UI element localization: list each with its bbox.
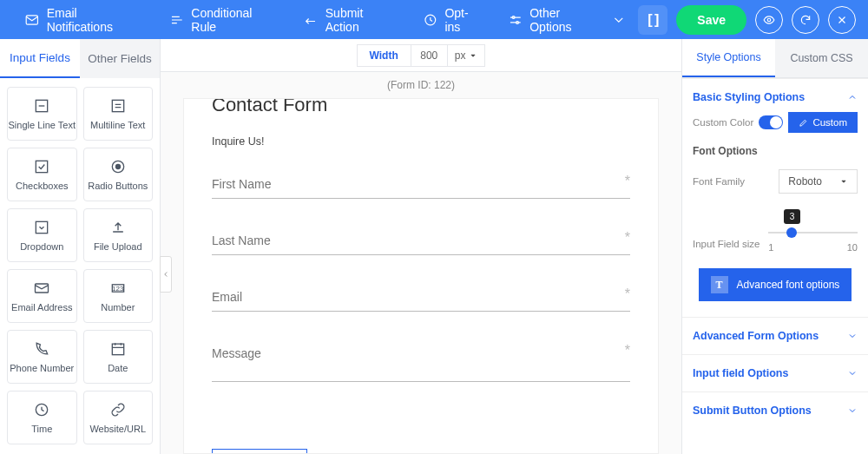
section-basic-styling[interactable]: Basic Styling Options [682,78,868,115]
optins-icon [423,12,438,28]
field-url[interactable]: Website/URL [83,391,154,444]
preview-button[interactable] [755,6,783,34]
field-time[interactable]: Time [7,391,77,444]
input-size-label: Input Field size [693,239,760,249]
submit-icon [303,12,319,28]
submit-button[interactable]: Submit [212,449,307,454]
slider-thumb[interactable] [786,227,797,238]
last-name-field[interactable] [212,230,630,255]
phone-icon [33,340,50,358]
first-name-field[interactable] [212,174,630,199]
field-date[interactable]: Date [83,330,154,384]
other-options-menu[interactable]: Other Options [496,0,639,39]
caret-down-icon [469,51,477,60]
svg-point-4 [767,18,771,22]
custom-color-button[interactable]: Custom [788,112,858,133]
section-advanced-form[interactable]: Advanced Form Options [682,317,868,354]
pencil-icon [799,118,808,128]
font-family-select[interactable]: Roboto [779,169,858,194]
font-family-label: Font Family [693,176,745,187]
field-multiline-text[interactable]: Multiline Text [83,87,154,141]
chevron-left-icon [161,270,170,279]
advanced-font-options-button[interactable]: TAdvanced font options [699,268,852,301]
tab-custom-css[interactable]: Custom CSS [775,39,868,77]
field-checkboxes[interactable]: Checkboxes [7,148,77,201]
slider-value-badge: 3 [784,209,801,224]
optins-menu[interactable]: Opt-ins [411,0,496,39]
label: Email Notifications [47,6,145,34]
chevron-down-icon [847,368,858,378]
calendar-icon [109,340,127,358]
message-field[interactable] [212,343,630,382]
tab-other-fields[interactable]: Other Fields [80,39,160,78]
mail-icon [24,12,40,28]
canvas-area: Width px (Form ID: 122) Contact Form Inq… [161,39,681,454]
tab-input-fields[interactable]: Input Fields [0,39,80,78]
chevron-down-icon [847,405,858,416]
checkbox-icon [33,158,50,175]
svg-rect-13 [112,344,123,355]
required-icon: * [625,174,630,189]
field-dropdown[interactable]: Dropdown [7,208,77,262]
custom-color-toggle[interactable] [759,115,783,129]
label: Conditional Rule [191,6,279,34]
form-title[interactable]: Contact Form [212,98,630,116]
eye-icon [763,14,775,26]
email-field[interactable] [212,286,630,312]
width-label: Width [357,44,411,67]
form-subtitle[interactable]: Inquire Us! [212,135,630,148]
close-icon [836,14,848,26]
svg-rect-10 [36,221,48,233]
text-icon [33,97,50,115]
sliders-icon [508,12,523,28]
section-submit-button-options[interactable]: Submit Button Options [682,391,868,429]
svg-rect-0 [26,15,37,23]
tab-style-options[interactable]: Style Options [682,39,775,77]
svg-point-9 [115,165,120,169]
multiline-icon [109,97,127,115]
mail-icon [33,280,50,297]
collapse-left-handle[interactable] [160,256,172,293]
refresh-button[interactable] [792,6,819,34]
upload-icon [109,219,127,236]
email-notifications-menu[interactable]: Email Notifications [12,0,157,39]
radio-icon [109,158,127,175]
submit-action-menu[interactable]: Submit Action [291,0,411,39]
chevron-down-icon [847,331,858,341]
field-phone[interactable]: Phone Number [7,330,77,384]
svg-rect-11 [36,284,49,293]
required-icon: * [625,230,630,246]
conditional-rule-menu[interactable]: Conditional Rule [157,0,291,39]
save-button[interactable]: Save [676,5,746,35]
left-panel: Input Fields Other Fields Single Line Te… [0,39,161,454]
font-options-heading: Font Options [693,145,858,157]
link-icon [109,401,127,418]
shortcode-button[interactable]: [ ] [638,5,667,35]
field-number[interactable]: 123Number [83,269,154,323]
section-input-field-options[interactable]: Input field Options [682,354,868,391]
input-size-slider[interactable]: 3 110 [768,214,858,249]
field-email[interactable]: Email Address [7,269,77,323]
clock-icon [33,401,50,418]
close-button[interactable] [828,6,856,34]
field-radio-buttons[interactable]: Radio Buttons [83,148,154,201]
conditional-icon [169,12,185,28]
label: Submit Action [326,6,398,34]
refresh-icon [799,14,812,26]
field-file-upload[interactable]: File Upload [83,208,154,262]
form-id-label: (Form ID: 122) [161,72,681,98]
fields-grid[interactable]: Single Line Text Multiline Text Checkbox… [0,78,160,454]
right-panel: Style Options Custom CSS Basic Styling O… [681,39,868,454]
form-canvas[interactable]: Contact Form Inquire Us! * * * * Submit [183,98,659,454]
chevron-down-icon [611,12,627,28]
width-unit-select[interactable]: px [448,44,486,67]
svg-rect-6 [112,100,123,111]
custom-color-label: Custom Color [693,117,753,128]
label: Other Options [529,6,603,34]
width-input[interactable] [411,44,448,67]
chevron-up-icon [847,92,858,102]
field-single-line-text[interactable]: Single Line Text [7,87,77,141]
required-icon: * [625,286,630,302]
required-icon: * [625,343,630,359]
dropdown-icon [33,219,50,236]
